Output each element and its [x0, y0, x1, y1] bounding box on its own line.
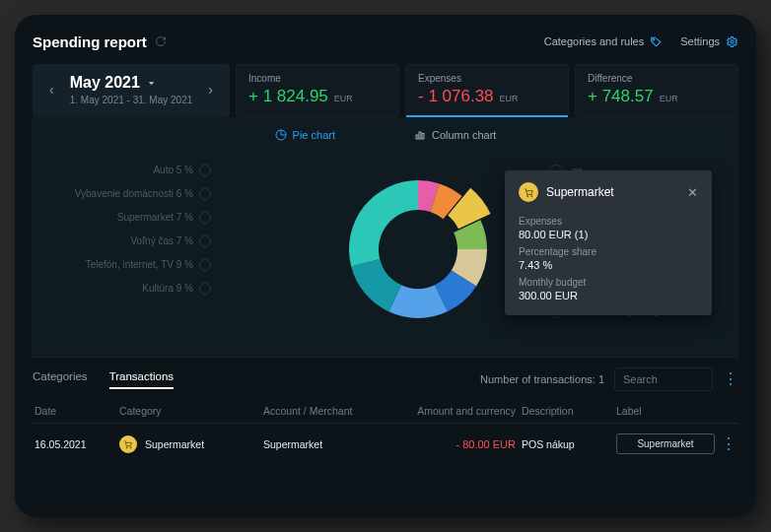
svg-point-5 — [526, 195, 527, 196]
tooltip-title: Supermarket — [546, 185, 614, 199]
pie-chart-tab[interactable]: Pie chart — [275, 129, 335, 141]
top-links: Categories and rules Settings — [544, 35, 738, 48]
tooltip-expenses-value: 80.00 EUR (1) — [519, 229, 698, 240]
column-chart-tab[interactable]: Column chart — [414, 129, 496, 141]
expenses-card[interactable]: Expenses - 1 076.38EUR — [405, 64, 569, 117]
cart-icon — [119, 435, 137, 453]
tooltip-budget-value: 300.00 EUR — [519, 290, 698, 301]
categories-rules-label: Categories and rules — [544, 35, 645, 47]
category-icon — [199, 165, 211, 176]
tab-controls: Number of transactions: 1 ⋮ — [480, 367, 738, 391]
page-title: Spending report — [33, 33, 167, 50]
table-header: Date Category Account / Merchant Amount … — [33, 399, 738, 423]
expenses-currency: EUR — [500, 94, 519, 103]
chart-area: Auto 5 % Vybavenie domácnosti 6 % Superm… — [33, 149, 738, 358]
period-selector[interactable]: May 2021 1. May 2021 - 31. May 2021 — [70, 74, 193, 105]
chevron-down-icon — [146, 78, 157, 89]
topbar: Spending report Categories and rules Set… — [33, 29, 738, 54]
tabs: Categories Transactions — [33, 370, 174, 389]
cell-merchant: Supermarket — [263, 438, 401, 450]
cell-category: Supermarket — [119, 435, 257, 453]
page-title-text: Spending report — [33, 33, 147, 50]
difference-label: Difference — [588, 73, 726, 84]
svg-point-1 — [731, 39, 734, 42]
category-icon — [199, 188, 211, 200]
chart-legend-left: Auto 5 % Vybavenie domácnosti 6 % Superm… — [58, 165, 211, 306]
income-value: + 1 824.95 — [248, 87, 328, 106]
difference-currency: EUR — [660, 94, 678, 103]
legend-item: Voľný čas 7 % — [58, 235, 211, 247]
svg-rect-3 — [419, 132, 421, 139]
close-tooltip-button[interactable]: ✕ — [687, 185, 698, 200]
tab-transactions[interactable]: Transactions — [109, 370, 174, 389]
donut-chart[interactable] — [329, 161, 507, 338]
tab-categories[interactable]: Categories — [33, 370, 88, 389]
svg-point-7 — [126, 446, 127, 447]
tooltip-expenses-label: Expenses — [519, 216, 698, 227]
summary-row: ‹ May 2021 1. May 2021 - 31. May 2021 › … — [33, 64, 738, 117]
col-amount: Amount and currency — [407, 405, 516, 417]
cell-date: 16.05.2021 — [35, 438, 113, 450]
category-tooltip: Supermarket ✕ Expenses 80.00 EUR (1) Per… — [505, 170, 712, 315]
pie-chart-icon — [275, 129, 287, 141]
col-description: Description — [522, 405, 610, 417]
table-row[interactable]: 16.05.2021 Supermarket Supermarket - 80.… — [33, 423, 738, 460]
income-card[interactable]: Income + 1 824.95EUR — [236, 64, 399, 117]
income-currency: EUR — [334, 94, 353, 103]
period-label: May 2021 — [70, 74, 140, 92]
category-icon — [199, 259, 211, 271]
donut-slice[interactable] — [349, 180, 418, 266]
categories-rules-link[interactable]: Categories and rules — [544, 35, 664, 48]
tooltip-budget-label: Monthly budget — [519, 277, 698, 288]
cart-icon — [519, 182, 538, 202]
legend-item: Kultúra 9 % — [58, 283, 211, 295]
tabs-row: Categories Transactions Number of transa… — [33, 367, 738, 391]
col-label: Label — [616, 405, 715, 417]
tooltip-share-label: Percentage share — [519, 246, 698, 257]
category-icon — [199, 212, 211, 224]
col-date: Date — [35, 405, 113, 417]
expenses-label: Expenses — [418, 73, 556, 84]
row-more-button[interactable]: ⋮ — [721, 436, 740, 452]
prev-period-button[interactable]: ‹ — [45, 81, 58, 99]
svg-rect-2 — [416, 135, 418, 139]
settings-link[interactable]: Settings — [680, 35, 738, 48]
svg-rect-4 — [422, 134, 424, 140]
tag-icon — [650, 35, 663, 48]
legend-item: Telefón, internet, TV 9 % — [58, 259, 211, 271]
next-period-button[interactable]: › — [204, 81, 217, 99]
gear-icon — [726, 35, 738, 48]
difference-value: + 748.57 — [588, 87, 654, 106]
svg-point-8 — [130, 446, 131, 447]
more-options-button[interactable]: ⋮ — [723, 371, 738, 387]
legend-item: Vybavenie domácnosti 6 % — [58, 188, 211, 200]
svg-point-6 — [530, 195, 531, 196]
app-window: Spending report Categories and rules Set… — [15, 15, 756, 517]
col-category: Category — [119, 405, 257, 417]
label-pill[interactable]: Supermarket — [616, 433, 715, 454]
svg-point-0 — [653, 38, 655, 40]
refresh-icon[interactable] — [155, 35, 167, 47]
difference-card[interactable]: Difference + 748.57EUR — [575, 64, 738, 117]
income-label: Income — [248, 73, 386, 84]
category-icon — [199, 283, 211, 295]
category-icon — [199, 235, 211, 247]
chart-type-toggle: Pie chart Column chart — [33, 117, 738, 149]
cell-amount: - 80.00 EUR — [407, 438, 516, 450]
column-chart-icon — [414, 129, 426, 141]
period-card: ‹ May 2021 1. May 2021 - 31. May 2021 › — [33, 64, 230, 117]
legend-item: Auto 5 % — [58, 165, 211, 176]
search-input[interactable] — [614, 367, 713, 391]
legend-item: Supermarket 7 % — [58, 212, 211, 224]
transaction-count: Number of transactions: 1 — [480, 373, 604, 385]
expenses-value: - 1 076.38 — [418, 87, 494, 106]
pie-chart-label: Pie chart — [293, 129, 335, 141]
period-range: 1. May 2021 - 31. May 2021 — [70, 95, 193, 105]
cell-description: POS nákup — [522, 438, 610, 450]
settings-label: Settings — [680, 35, 720, 47]
col-merchant: Account / Merchant — [263, 405, 401, 417]
tooltip-share-value: 7.43 % — [519, 259, 698, 271]
column-chart-label: Column chart — [432, 129, 496, 141]
transactions-table: Date Category Account / Merchant Amount … — [33, 399, 738, 460]
